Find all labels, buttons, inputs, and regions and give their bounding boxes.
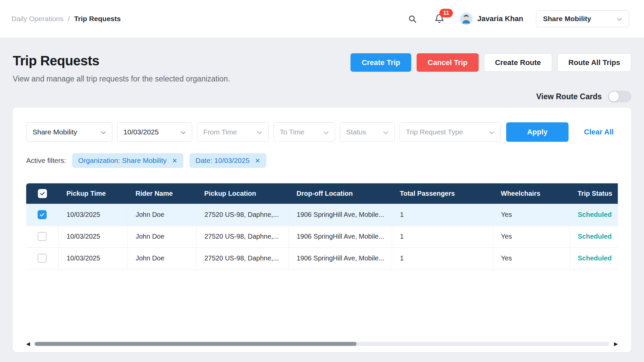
toggle-knob [609, 92, 619, 102]
chevron-down-icon [180, 128, 186, 136]
column-header-pickup-location[interactable]: Pickup Location [196, 183, 288, 204]
chevron-down-icon [257, 128, 262, 136]
card-spacer [26, 269, 618, 342]
breadcrumb-trip-requests: Trip Requests [74, 15, 121, 23]
search-icon[interactable] [408, 14, 417, 23]
filter-trip-request-type-placeholder: Trip Request Type [406, 128, 463, 136]
filter-to-time-select[interactable]: To Time [273, 122, 335, 142]
filter-status-placeholder: Status [346, 128, 366, 136]
breadcrumb: Daily Operations / Trip Requests [11, 15, 121, 23]
page-actions: Create Trip Cancel Trip Create Route Rou… [351, 53, 631, 72]
row-checkbox-cell [26, 226, 58, 247]
view-route-cards-toggle[interactable] [608, 91, 631, 102]
table-row[interactable]: 10/03/2025 John Doe 27520 US-98, Daphne,… [26, 226, 618, 247]
filter-from-time-select[interactable]: From Time [197, 122, 269, 142]
cell-total-passengers: 1 [392, 247, 493, 269]
active-filter-chip-organization: Organization: Share Mobility ✕ [72, 153, 183, 168]
filter-date-value: 10/03/2025 [123, 128, 159, 136]
column-header-wheelchairs[interactable]: Wheelchairs [493, 183, 570, 204]
view-route-cards-row: View Route Cards [13, 91, 631, 102]
cell-pickup-location: 27520 US-98, Daphne,... [196, 247, 288, 269]
trip-requests-table: Pickup Time Rider Name Pickup Location D… [26, 183, 618, 269]
chip-label: Organization: Share Mobility [78, 157, 167, 165]
horizontal-scrollbar[interactable]: ◀ ▶ [26, 341, 618, 346]
chevron-down-icon [489, 128, 494, 136]
trip-table-viewport: Pickup Time Rider Name Pickup Location D… [26, 183, 618, 269]
scrollbar-track[interactable] [35, 342, 610, 346]
table-row[interactable]: 10/03/2025 John Doe 27520 US-98, Daphne,… [26, 204, 618, 226]
filter-to-time-placeholder: To Time [280, 128, 305, 136]
column-header-trip-status[interactable]: Trip Status [570, 183, 618, 204]
close-icon[interactable]: ✕ [172, 158, 177, 164]
active-filter-chip-date: Date: 10/03/2025 ✕ [190, 153, 266, 168]
scrollbar-thumb[interactable] [35, 342, 357, 346]
cell-wheelchairs: Yes [493, 204, 570, 226]
cell-total-passengers: 1 [392, 204, 493, 226]
cell-dropoff-location: 1906 SpringHill Ave, Mobile... [288, 247, 392, 269]
cell-rider-name: John Doe [127, 204, 196, 226]
cell-pickup-time: 10/03/2025 [58, 247, 127, 269]
cell-pickup-time: 10/03/2025 [58, 204, 127, 226]
page: Trip Requests View and manage all trip r… [0, 53, 644, 352]
cell-pickup-location: 27520 US-98, Daphne,... [196, 204, 288, 226]
cell-total-passengers: 1 [392, 226, 493, 247]
active-filters-row: Active filters: Organization: Share Mobi… [26, 153, 618, 168]
row-checkbox[interactable] [38, 210, 47, 219]
filter-date-select[interactable]: 10/03/2025 [117, 122, 192, 142]
trip-requests-card: Share Mobility 10/03/2025 From Time To T… [13, 108, 631, 352]
create-trip-button[interactable]: Create Trip [351, 53, 411, 72]
row-checkbox[interactable] [38, 232, 47, 241]
chevron-down-icon [617, 15, 622, 23]
cell-dropoff-location: 1906 SpringHill Ave, Mobile... [288, 226, 392, 247]
column-header-rider-name[interactable]: Rider Name [127, 183, 196, 204]
filter-trip-request-type-select[interactable]: Trip Request Type [399, 122, 501, 142]
breadcrumb-separator: / [68, 15, 70, 23]
cell-rider-name: John Doe [127, 226, 196, 247]
chevron-down-icon [101, 128, 106, 136]
create-route-button[interactable]: Create Route [484, 53, 552, 72]
page-title: Trip Requests [13, 53, 230, 68]
topbar-right: 11 Javaria Khan Share Mobility [408, 10, 629, 27]
cell-wheelchairs: Yes [493, 247, 570, 269]
table-header-row: Pickup Time Rider Name Pickup Location D… [26, 183, 618, 204]
apply-button[interactable]: Apply [506, 122, 569, 142]
close-icon[interactable]: ✕ [255, 158, 260, 164]
column-header-dropoff-location[interactable]: Drop-off Location [288, 183, 392, 204]
chip-label: Date: 10/03/2025 [196, 157, 250, 165]
filter-from-time-placeholder: From Time [203, 128, 237, 136]
cell-dropoff-location: 1906 SpringHill Ave, Mobile... [288, 204, 392, 226]
page-subtitle: View and manage all trip requests for th… [13, 74, 230, 83]
cell-wheelchairs: Yes [493, 226, 570, 247]
scroll-right-icon[interactable]: ▶ [614, 341, 618, 346]
organization-select-value: Share Mobility [543, 15, 591, 23]
filter-status-select[interactable]: Status [340, 122, 395, 142]
row-checkbox-cell [26, 247, 58, 269]
cell-trip-status: Scheduled [570, 226, 618, 247]
notifications-bell-icon[interactable]: 11 [434, 14, 444, 24]
route-all-trips-button[interactable]: Route All Trips [557, 53, 631, 72]
breadcrumb-daily-operations[interactable]: Daily Operations [11, 15, 63, 23]
row-checkbox[interactable] [38, 254, 47, 263]
titles: Trip Requests View and manage all trip r… [13, 53, 230, 83]
select-all-cell [26, 183, 58, 204]
filter-organization-value: Share Mobility [33, 128, 77, 136]
column-header-total-passengers[interactable]: Total Passengers [392, 183, 493, 204]
chevron-down-icon [383, 128, 388, 136]
cancel-trip-button[interactable]: Cancel Trip [417, 53, 479, 72]
filter-bar: Share Mobility 10/03/2025 From Time To T… [26, 122, 618, 142]
organization-select[interactable]: Share Mobility [536, 10, 629, 27]
column-header-pickup-time[interactable]: Pickup Time [58, 183, 127, 204]
clear-all-link[interactable]: Clear All [584, 128, 613, 136]
page-head: Trip Requests View and manage all trip r… [13, 53, 631, 83]
cell-pickup-location: 27520 US-98, Daphne,... [196, 226, 288, 247]
cell-trip-status: Scheduled [570, 204, 618, 226]
table-row[interactable]: 10/03/2025 John Doe 27520 US-98, Daphne,… [26, 247, 618, 269]
select-all-checkbox[interactable] [38, 189, 47, 198]
cell-trip-status: Scheduled [570, 247, 618, 269]
filter-organization-select[interactable]: Share Mobility [26, 122, 112, 142]
chevron-down-icon [323, 128, 329, 136]
scroll-left-icon[interactable]: ◀ [26, 341, 30, 346]
topbar: Daily Operations / Trip Requests 11 Java… [0, 0, 644, 38]
avatar[interactable] [460, 12, 473, 25]
cell-rider-name: John Doe [127, 247, 196, 269]
